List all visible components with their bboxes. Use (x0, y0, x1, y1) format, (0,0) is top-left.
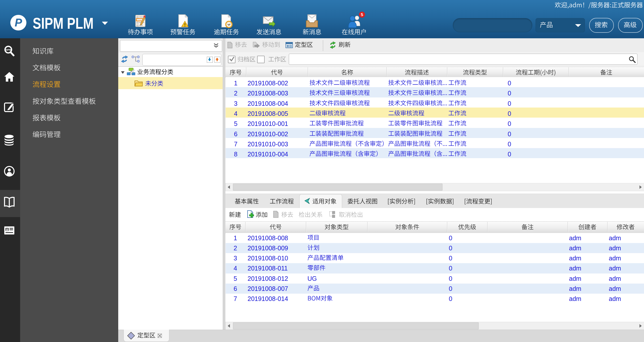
svg-text:SIPM: SIPM (6, 49, 11, 51)
svg-text:5: 5 (361, 12, 363, 17)
svg-text:SIPM PLM: SIPM PLM (33, 14, 94, 31)
svg-text:P: P (15, 16, 22, 29)
